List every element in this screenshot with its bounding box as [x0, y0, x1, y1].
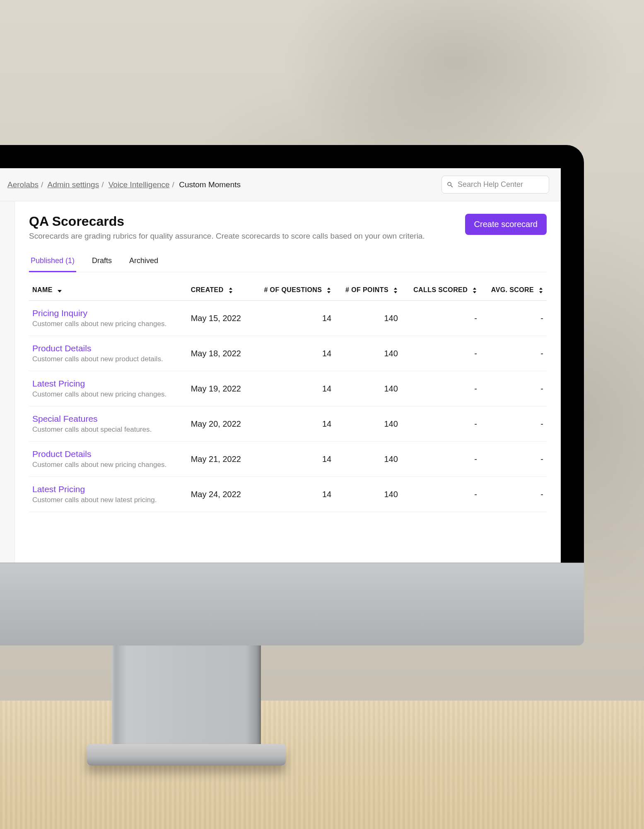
sort-desc-icon: [57, 288, 62, 293]
breadcrumb-link[interactable]: Aerolabs: [7, 180, 39, 189]
sort-icon: [393, 288, 398, 293]
cell-calls-scored: -: [401, 371, 480, 406]
cell-calls-scored: -: [401, 442, 480, 477]
monitor-bezel: Aerolabs/ Admin settings/ Voice Intellig…: [0, 145, 584, 563]
col-created[interactable]: CREATED: [188, 280, 251, 301]
cell-questions: 14: [251, 406, 335, 442]
scorecard-desc: Customer calls about new latest pricing.: [32, 496, 184, 504]
breadcrumb-current: Custom Moments: [179, 180, 241, 189]
page-header-text: QA Scorecards Scorecards are grading rub…: [29, 214, 425, 241]
scorecard-link[interactable]: Latest Pricing: [32, 484, 184, 494]
cell-questions: 14: [251, 477, 335, 512]
scorecard-desc: Customer calls about new pricing changes…: [32, 390, 184, 399]
cell-calls-scored: -: [401, 477, 480, 512]
col-questions-label: # OF QUESTIONS: [264, 286, 322, 293]
cell-created: May 19, 2022: [188, 371, 251, 406]
monitor-stand-base: [87, 744, 286, 766]
main-panel: QA Scorecards Scorecards are grading rub…: [15, 201, 561, 563]
scorecard-link[interactable]: Pricing Inquiry: [32, 308, 184, 318]
breadcrumb-sep: /: [101, 180, 104, 189]
cell-name: Pricing InquiryCustomer calls about new …: [29, 301, 188, 336]
top-bar-left: Aerolabs/ Admin settings/ Voice Intellig…: [0, 178, 241, 192]
create-scorecard-button[interactable]: Create scorecard: [465, 214, 547, 235]
tab[interactable]: Drafts: [90, 256, 113, 272]
cell-points: 140: [335, 301, 401, 336]
tabs: Published (1)DraftsArchived: [29, 256, 547, 272]
cell-avg-score: -: [480, 442, 547, 477]
app-screen: Aerolabs/ Admin settings/ Voice Intellig…: [0, 168, 561, 563]
cell-avg-score: -: [480, 336, 547, 371]
page-description: Scorecards are grading rubrics for quali…: [29, 232, 425, 241]
cell-points: 140: [335, 442, 401, 477]
scorecard-desc: Customer calls about special features.: [32, 425, 184, 434]
col-points[interactable]: # OF POINTS: [335, 280, 401, 301]
col-calls-scored[interactable]: CALLS SCORED: [401, 280, 480, 301]
cell-calls-scored: -: [401, 406, 480, 442]
monitor-stand-neck: [112, 645, 261, 753]
cell-name: Product DetailsCustomer calls about new …: [29, 336, 188, 371]
col-avg-score[interactable]: AVG. SCORE: [480, 280, 547, 301]
col-avg-score-label: AVG. SCORE: [491, 286, 534, 293]
search-input[interactable]: [441, 176, 549, 193]
col-points-label: # OF POINTS: [345, 286, 388, 293]
scorecard-link[interactable]: Product Details: [32, 449, 184, 459]
cell-created: May 24, 2022: [188, 477, 251, 512]
cell-name: Latest PricingCustomer calls about new l…: [29, 477, 188, 512]
cell-created: May 21, 2022: [188, 442, 251, 477]
content-outer: QA Scorecards Scorecards are grading rub…: [0, 201, 561, 563]
cell-created: May 20, 2022: [188, 406, 251, 442]
col-questions[interactable]: # OF QUESTIONS: [251, 280, 335, 301]
cell-points: 140: [335, 477, 401, 512]
cell-calls-scored: -: [401, 336, 480, 371]
cell-name: Product DetailsCustomer calls about new …: [29, 442, 188, 477]
cell-avg-score: -: [480, 477, 547, 512]
col-created-label: CREATED: [191, 286, 224, 293]
scorecard-link[interactable]: Product Details: [32, 343, 184, 353]
page-title: QA Scorecards: [29, 214, 425, 229]
table-row: Latest PricingCustomer calls about new l…: [29, 477, 547, 512]
col-name[interactable]: NAME: [29, 280, 188, 301]
cell-points: 140: [335, 336, 401, 371]
search-icon: [446, 181, 454, 189]
scorecard-link[interactable]: Special Features: [32, 414, 184, 424]
collapsed-sidebar: [0, 201, 15, 563]
cell-name: Special FeaturesCustomer calls about spe…: [29, 406, 188, 442]
scorecard-desc: Customer calls about new product details…: [32, 355, 184, 363]
breadcrumb-sep: /: [41, 180, 43, 189]
cell-name: Latest PricingCustomer calls about new p…: [29, 371, 188, 406]
search-container: [441, 176, 549, 193]
scorecard-desc: Customer calls about new pricing changes…: [32, 461, 184, 469]
scorecard-link[interactable]: Latest Pricing: [32, 379, 184, 389]
monitor-chin: [0, 563, 584, 645]
cell-calls-scored: -: [401, 301, 480, 336]
page-header: QA Scorecards Scorecards are grading rub…: [29, 214, 547, 241]
tab[interactable]: Published (1): [29, 256, 76, 272]
col-calls-scored-label: CALLS SCORED: [413, 286, 468, 293]
breadcrumb-sep: /: [172, 180, 174, 189]
sort-icon: [326, 288, 331, 293]
breadcrumb-link[interactable]: Voice Intelligence: [109, 180, 170, 189]
table-header-row: NAME CREATED: [29, 280, 547, 301]
cell-questions: 14: [251, 442, 335, 477]
cell-points: 140: [335, 406, 401, 442]
cell-questions: 14: [251, 301, 335, 336]
monitor-device: Aerolabs/ Admin settings/ Voice Intellig…: [0, 145, 584, 645]
sort-icon: [228, 288, 233, 293]
cell-questions: 14: [251, 336, 335, 371]
col-name-label: NAME: [32, 286, 53, 293]
table-row: Product DetailsCustomer calls about new …: [29, 442, 547, 477]
table-row: Special FeaturesCustomer calls about spe…: [29, 406, 547, 442]
tab[interactable]: Archived: [128, 256, 160, 272]
sort-icon: [538, 288, 543, 293]
cell-avg-score: -: [480, 406, 547, 442]
top-bar: Aerolabs/ Admin settings/ Voice Intellig…: [0, 168, 561, 201]
scorecard-desc: Customer calls about new pricing changes…: [32, 320, 184, 328]
sort-icon: [472, 288, 477, 293]
table-row: Product DetailsCustomer calls about new …: [29, 336, 547, 371]
cell-created: May 15, 2022: [188, 301, 251, 336]
table-row: Latest PricingCustomer calls about new p…: [29, 371, 547, 406]
cell-created: May 18, 2022: [188, 336, 251, 371]
table-row: Pricing InquiryCustomer calls about new …: [29, 301, 547, 336]
breadcrumb: Aerolabs/ Admin settings/ Voice Intellig…: [7, 180, 241, 189]
breadcrumb-link[interactable]: Admin settings: [48, 180, 99, 189]
